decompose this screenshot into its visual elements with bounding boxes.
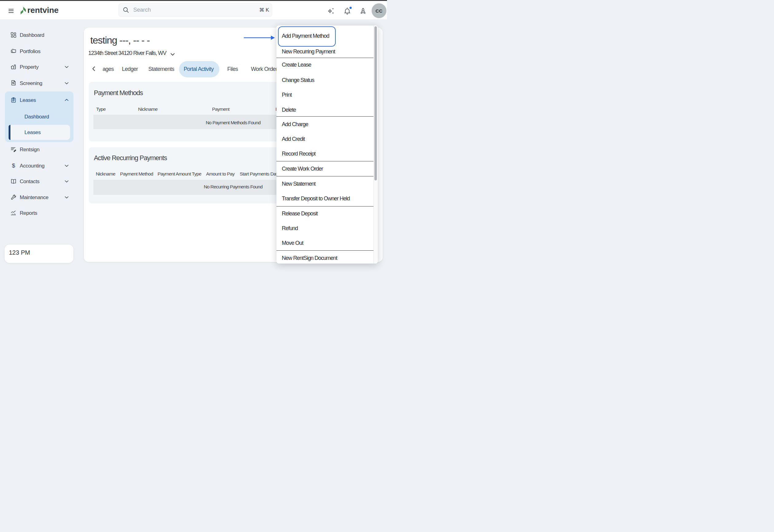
svg-text:$: $ — [12, 163, 15, 168]
